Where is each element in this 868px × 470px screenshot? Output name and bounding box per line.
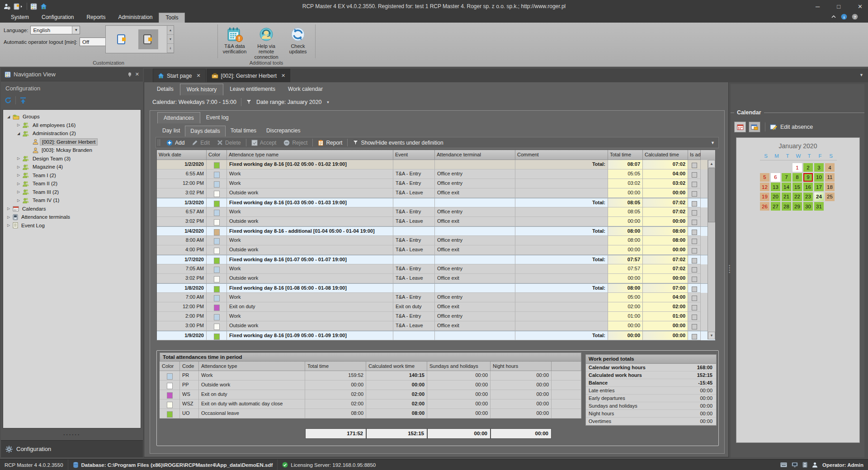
tree-item[interactable]: ▷Team III (2): [3, 188, 141, 197]
calendar-day-24[interactable]: 24: [814, 193, 824, 201]
scroll-up-icon[interactable]: ▲: [708, 160, 715, 168]
tree-item[interactable]: ▷Calendars: [3, 205, 141, 213]
menu-tab-configuration[interactable]: Configuration: [35, 13, 80, 23]
collapse-all-icon[interactable]: [19, 97, 27, 104]
calendar-day-14[interactable]: 14: [782, 183, 791, 191]
panel-close-icon[interactable]: ✕: [135, 71, 139, 77]
calendar-day-27[interactable]: 27: [771, 202, 780, 211]
attendance-row[interactable]: 2:00 PMWorkT&A - EntryOffice entry01:000…: [157, 312, 715, 321]
attendance-row[interactable]: 7:05 AMWorkT&A - EntryOffice entry07:570…: [157, 264, 715, 274]
summary-row[interactable]: PPOutside work00:0000:0000:0000:00: [160, 381, 581, 390]
calendar-day-23[interactable]: 23: [803, 193, 813, 201]
calendar-day-26[interactable]: 26: [760, 202, 769, 211]
summary-row[interactable]: WSExit on duty02:0002:0000:0000:00: [160, 390, 581, 400]
keyboard-status-icon[interactable]: [780, 462, 787, 467]
menu-tab-system[interactable]: System: [5, 13, 35, 23]
attendance-row[interactable]: 7:00 AMWorkT&A - EntryOffice entry05:000…: [157, 293, 715, 302]
summary-row[interactable]: UOOccasional leave08:0008:0000:0000:00: [160, 409, 581, 418]
calendar-day-30[interactable]: 30: [803, 202, 813, 211]
toolbar-overflow-chevron-icon[interactable]: ▼: [711, 141, 715, 145]
calendar-day-19[interactable]: 19: [760, 193, 769, 201]
tree-item[interactable]: ▷Attendance terminals: [3, 213, 141, 221]
column-header[interactable]: Event: [393, 150, 435, 160]
is-added-checkbox[interactable]: [692, 182, 697, 187]
summary-column-header[interactable]: Night hours: [491, 362, 552, 371]
is-added-checkbox[interactable]: [692, 201, 697, 207]
calendar-day-25[interactable]: 25: [825, 193, 835, 201]
attendance-row[interactable]: 3:02 PMOutside workT&A - LeaveOffice exi…: [157, 188, 715, 198]
calendar-day-21[interactable]: 21: [782, 193, 791, 201]
column-header[interactable]: Comment: [515, 150, 608, 160]
calendar-day-6[interactable]: 6: [771, 173, 780, 182]
is-added-checkbox[interactable]: [692, 258, 697, 263]
tree-item[interactable]: ▷Design Team (3): [3, 155, 141, 163]
nav-bottom-configuration-button[interactable]: Configuration: [1, 440, 143, 457]
tree-expander-icon[interactable]: ◢: [6, 115, 11, 119]
tree-item[interactable]: ▷Magazine (4): [3, 163, 141, 171]
report-button[interactable]: Report: [314, 137, 346, 148]
attendance-row[interactable]: 3:02 PMOutside workT&A - LeaveOffice exi…: [157, 274, 715, 283]
document-tab[interactable]: [002]: Gerstner Herbert✕: [207, 69, 291, 82]
collapse-ribbon-icon[interactable]: [831, 14, 836, 19]
is-added-checkbox[interactable]: [692, 287, 697, 292]
help-icon[interactable]: ?: [852, 14, 858, 20]
menu-tab-reports[interactable]: Reports: [80, 13, 112, 23]
app-style-option[interactable]: [112, 29, 132, 49]
is-added-checkbox[interactable]: [692, 324, 697, 329]
terminal-status-icon[interactable]: [792, 462, 798, 468]
summary-row[interactable]: WSZExit on duty with automatic day close…: [160, 400, 581, 409]
show-hide-events-under-definition-button[interactable]: Show/Hide events under definition: [349, 137, 447, 148]
edit-absence-button[interactable]: Edit absence: [770, 124, 813, 130]
is-added-checkbox[interactable]: [692, 296, 697, 301]
document-tab[interactable]: Start page✕: [153, 69, 206, 82]
menu-tab-administration[interactable]: Administration: [112, 13, 159, 23]
calendar-day-3[interactable]: 3: [814, 163, 824, 172]
tree-expander-icon[interactable]: ▷: [16, 190, 21, 194]
attendance-row[interactable]: 12:00 PMWorkT&A - EntryOffice entry03:02…: [157, 179, 715, 188]
tree-item[interactable]: ▷Event Log: [3, 221, 141, 230]
calendar-day-28[interactable]: 28: [782, 202, 791, 211]
day-summary-row[interactable]: 1/7/2020Fixed working day 8-16 [01-07 05…: [157, 255, 715, 264]
day-summary-row[interactable]: 1/8/2020Fixed working day 8-16 [01-08 05…: [157, 283, 715, 293]
tab-total-times[interactable]: Total times: [226, 126, 261, 136]
attendance-row[interactable]: 8:00 AMWorkT&A - EntryOffice entry08:000…: [157, 236, 715, 245]
calendar-day-5[interactable]: 5: [760, 173, 769, 182]
tree-item[interactable]: ▷Team I (2): [3, 171, 141, 180]
calendar-day-1[interactable]: 1: [793, 163, 802, 172]
calendar-day-4[interactable]: 4: [825, 163, 835, 172]
calendar-view-button[interactable]: [734, 122, 746, 132]
is-added-checkbox[interactable]: [692, 210, 697, 216]
summary-column-header[interactable]: Sundays and holidays: [427, 362, 491, 371]
calendar-day-10[interactable]: 10: [814, 173, 824, 182]
is-added-checkbox[interactable]: [692, 277, 697, 282]
calendar-day-18[interactable]: 18: [825, 183, 835, 191]
tab-work-calendar[interactable]: Work calendar: [282, 84, 329, 95]
tree-item[interactable]: ▷Team IV (1): [3, 196, 141, 205]
is-added-checkbox[interactable]: [692, 163, 697, 168]
tab-days-details[interactable]: Days details: [185, 126, 225, 136]
is-added-checkbox[interactable]: [692, 334, 697, 339]
pin-icon[interactable]: [127, 72, 132, 77]
summary-column-header[interactable]: Total time: [305, 362, 366, 371]
tree-item[interactable]: ◢Administraction (2): [3, 129, 141, 138]
tab-details[interactable]: Details: [151, 84, 180, 95]
tree-expander-icon[interactable]: ▷: [16, 198, 21, 202]
close-button[interactable]: ✕: [855, 3, 865, 10]
summary-column-header[interactable]: Calculated work time: [366, 362, 427, 371]
vertical-splitter[interactable]: ••••: [729, 84, 730, 457]
scroll-down-icon[interactable]: ▼: [708, 332, 715, 339]
date-range-dropdown[interactable]: Date range: January 2020: [256, 99, 322, 105]
column-header[interactable]: Total time: [608, 150, 643, 160]
tab-list-chevron-icon[interactable]: ▼: [859, 73, 863, 77]
attendance-row[interactable]: 3:02 PMOutside workT&A - LeaveOffice exi…: [157, 217, 715, 226]
tree-item[interactable]: ▷Team II (2): [3, 179, 141, 188]
tree-item[interactable]: ▷All employees (16): [3, 121, 141, 130]
calendar-day-29[interactable]: 29: [793, 202, 802, 211]
attendance-row[interactable]: 6:57 AMWorkT&A - EntryOffice entry08:050…: [157, 207, 715, 217]
calendar-day-31[interactable]: 31: [814, 202, 824, 211]
gallery-scrollbar[interactable]: ▲▼⇓: [167, 26, 174, 53]
language-select[interactable]: English▼: [30, 26, 80, 34]
info-icon[interactable]: i: [841, 14, 847, 20]
column-header[interactable]: Calculated time: [643, 150, 688, 160]
is-added-checkbox[interactable]: [692, 230, 697, 235]
